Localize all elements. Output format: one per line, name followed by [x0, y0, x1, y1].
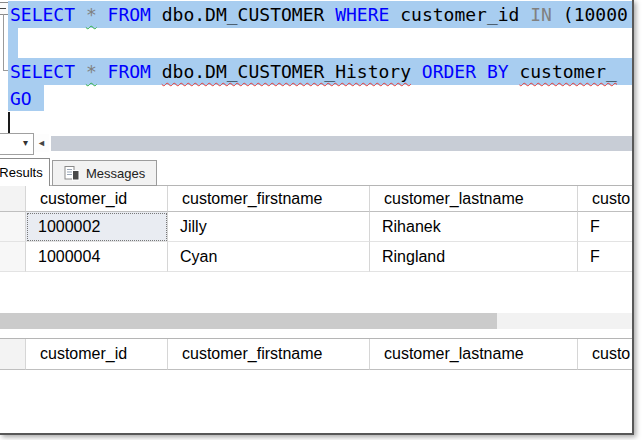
grid2-column-header[interactable]: customer_lastname: [370, 339, 578, 370]
grid1-cell[interactable]: F: [578, 212, 634, 242]
grid1-row-header[interactable]: [0, 212, 26, 242]
sql-line-4[interactable]: GO: [8, 85, 44, 111]
grid1-cell[interactable]: 1000004: [26, 242, 168, 272]
tab-messages[interactable]: Messages: [52, 160, 157, 186]
sql-line-1[interactable]: SELECT * FROM dbo.DM_CUSTOMER WHERE cust…: [8, 1, 632, 28]
screenshot-stage: SELECT * FROM dbo.DM_CUSTOMER WHERE cust…: [0, 0, 642, 440]
sql-keyword-go: GO: [10, 88, 32, 109]
minus-glyph: [0, 8, 6, 9]
grid2-column-header[interactable]: customer_firstname: [168, 339, 370, 370]
sql-keyword-select: SELECT: [10, 61, 75, 82]
sql-line-2-blank-selection[interactable]: [8, 28, 18, 58]
grid1-cell[interactable]: Cyan: [168, 242, 370, 272]
sql-keyword-select: SELECT: [10, 4, 75, 25]
sql-keyword-by: BY: [487, 61, 509, 82]
sql-line-3[interactable]: SELECT * FROM dbo.DM_CUSTOMER_History OR…: [8, 58, 632, 85]
grid1-hscrollbar-thumb[interactable]: [0, 313, 497, 329]
grid2-select-all-corner[interactable]: [0, 339, 26, 370]
ssms-query-window: SELECT * FROM dbo.DM_CUSTOMER WHERE cust…: [0, 0, 634, 435]
grid1-cell-selected[interactable]: 1000002: [26, 212, 168, 242]
sql-keyword-from: FROM: [108, 61, 151, 82]
sql-star-token: *: [86, 61, 97, 82]
grid2-column-header[interactable]: customer_id: [26, 339, 168, 370]
messages-icon: [64, 166, 80, 181]
grid1-hscrollbar-track[interactable]: [0, 313, 632, 329]
grid2-column-header[interactable]: custo: [578, 339, 634, 370]
chevron-down-icon: ▾: [23, 137, 28, 149]
grid1-cell[interactable]: F: [578, 242, 634, 272]
sql-operator-in: IN: [530, 4, 552, 25]
grid1-column-header[interactable]: customer_id: [26, 186, 168, 212]
grid1-column-header[interactable]: customer_firstname: [168, 186, 370, 212]
editor-hscrollbar-thumb[interactable]: [51, 136, 632, 151]
grid1-cell[interactable]: Ringland: [370, 242, 578, 272]
hscroll-left-arrow-button[interactable]: ◄: [34, 134, 49, 152]
sql-keyword-where: WHERE: [335, 4, 389, 25]
grid1-row-header[interactable]: [0, 242, 26, 272]
sql-column-name: customer_: [519, 61, 617, 82]
query-editor[interactable]: SELECT * FROM dbo.DM_CUSTOMER WHERE cust…: [0, 0, 632, 133]
sql-keyword-from: FROM: [108, 4, 151, 25]
sql-table-name: dbo.DM_CUSTOMER: [162, 4, 325, 25]
grid1-select-all-corner[interactable]: [0, 186, 26, 212]
sql-keyword-order: ORDER: [422, 61, 476, 82]
tab-messages-label: Messages: [86, 166, 145, 181]
grid1-cell[interactable]: Rihanek: [370, 212, 578, 242]
tab-results-label: Results: [0, 165, 43, 180]
text-caret: [8, 112, 10, 134]
sql-column-name: customer_id: [400, 4, 519, 25]
grid1-cell[interactable]: Jilly: [168, 212, 370, 242]
editor-zoom-dropdown[interactable]: ▾: [0, 133, 34, 155]
code-fold-line: [3, 14, 4, 70]
grid1-column-header[interactable]: customer_lastname: [370, 186, 578, 212]
sql-value-list: (10000: [563, 4, 628, 25]
sql-star-token: *: [86, 4, 97, 25]
left-arrow-icon: ◄: [37, 138, 46, 148]
tab-results[interactable]: Results: [0, 158, 50, 186]
grid1-column-header[interactable]: custo: [578, 186, 634, 212]
sql-table-name: dbo.DM_CUSTOMER_History: [162, 61, 411, 82]
